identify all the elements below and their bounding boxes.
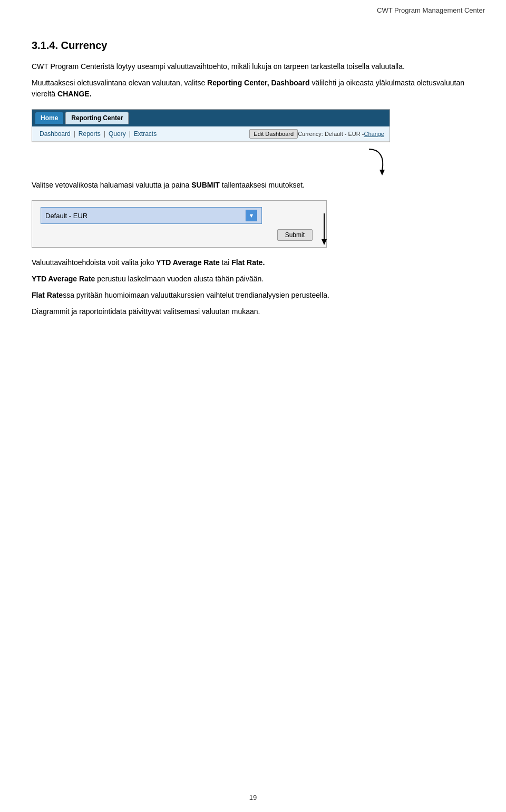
paragraph-5: YTD Average Rate perustuu laskelmaan vuo… (32, 273, 474, 285)
change-link[interactable]: Change (364, 131, 384, 137)
page-header: CWT Program Management Center (0, 0, 506, 18)
sub-nav-dashboard[interactable]: Dashboard (37, 130, 73, 138)
screenshot-box-1: Home Reporting Center Dashboard | Report… (32, 109, 390, 142)
section-name: Currency (61, 40, 108, 51)
paragraph-2: Muuttaaksesi oletusvalintana olevan valu… (32, 77, 474, 100)
section-number: 3.1.4. (32, 40, 58, 51)
sub-nav: Dashboard | Reports | Query | Extracts E… (32, 126, 390, 142)
paragraph-6: Flat Ratessa pyritään huomioimaan valuut… (32, 290, 474, 301)
sub-nav-extracts[interactable]: Extracts (132, 130, 159, 138)
nav-bar: Home Reporting Center (32, 110, 390, 126)
screenshot-box-2-wrapper: Default - EUR ▼ Submit (32, 200, 327, 248)
page-footer: 19 (0, 794, 506, 801)
svg-marker-1 (322, 239, 327, 245)
arrow-icon (353, 146, 390, 175)
edit-dashboard-button[interactable]: Edit Dashboard (249, 129, 298, 139)
currency-dropdown[interactable]: Default - EUR ▼ (41, 207, 262, 224)
paragraph-3: Valitse vetovalikosta haluamasi valuutta… (32, 180, 474, 191)
arrow-annotation (32, 146, 390, 175)
screenshot-box-2: Default - EUR ▼ Submit (32, 200, 327, 248)
nav-tab-reporting[interactable]: Reporting Center (65, 112, 129, 124)
submit-row: Submit (41, 229, 318, 241)
currency-text: Currency: Default - EUR - (298, 131, 364, 137)
paragraph-7: Diagrammit ja raportointidata päivittyvä… (32, 306, 474, 317)
nav-tab-home[interactable]: Home (35, 112, 63, 124)
sub-nav-reports[interactable]: Reports (76, 130, 103, 138)
paragraph-1: CWT Program Centeristä löytyy useampi va… (32, 61, 474, 72)
header-title: CWT Program Management Center (377, 6, 485, 14)
section-title: 3.1.4. Currency (32, 40, 474, 52)
svg-marker-0 (380, 170, 385, 175)
sub-nav-query[interactable]: Query (106, 130, 128, 138)
paragraph-4: Valuuttavaihtoehdoista voit valita joko … (32, 257, 474, 268)
submit-button[interactable]: Submit (277, 229, 313, 241)
dropdown-arrow-annotation (316, 211, 332, 248)
dropdown-row: Default - EUR ▼ (41, 207, 318, 224)
page-number: 19 (249, 794, 257, 801)
dropdown-arrow-icon: ▼ (246, 210, 257, 221)
